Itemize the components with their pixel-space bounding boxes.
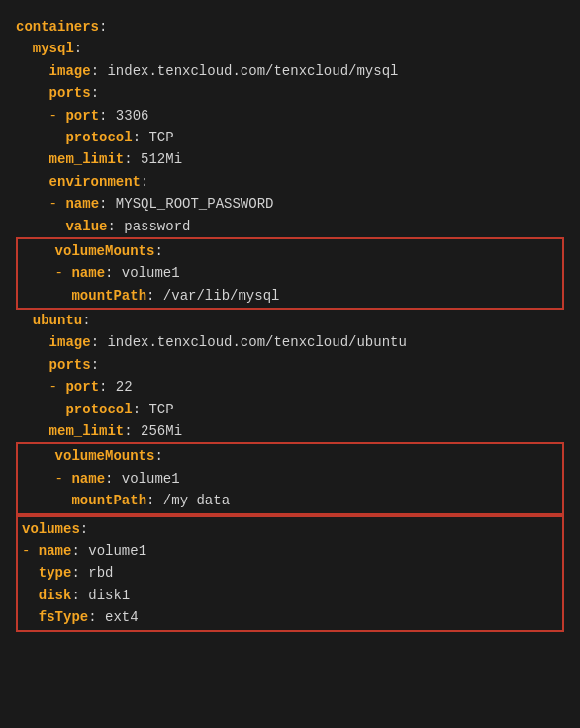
yaml-dash: -: [55, 471, 72, 487]
yaml-key: image: [49, 334, 91, 350]
yaml-key: volumeMounts: [55, 448, 155, 464]
yaml-key: protocol: [65, 402, 132, 417]
yaml-key: fsType: [39, 609, 88, 625]
yaml-key: port: [65, 379, 99, 395]
yaml-key: mem_limit: [49, 151, 125, 167]
yaml-key: mountPath: [71, 493, 146, 508]
yaml-key: ubuntu: [33, 313, 82, 328]
yaml-dash: -: [49, 196, 66, 212]
yaml-key: name: [71, 265, 105, 281]
yaml-key: protocol: [65, 130, 132, 145]
yaml-key: name: [39, 543, 72, 559]
yaml-key: mysql: [33, 41, 74, 56]
yaml-dash: -: [49, 108, 66, 124]
yaml-key: name: [65, 196, 99, 212]
yaml-dash: -: [49, 379, 66, 395]
yaml-key: disk: [39, 588, 72, 603]
yaml-key: volumes: [22, 521, 80, 537]
yaml-dash: -: [22, 543, 39, 559]
yaml-dash: -: [55, 265, 72, 281]
yaml-key: mem_limit: [49, 423, 125, 439]
yaml-box-volumes: volumes: - name: volume1 type: rbd disk:…: [16, 515, 564, 632]
yaml-key: image: [49, 63, 91, 79]
yaml-key: ports: [49, 357, 91, 373]
yaml-box-ubuntu: volumeMounts: - name: volume1 mountPath:…: [16, 442, 564, 514]
yaml-key: containers: [16, 19, 99, 35]
yaml-key: environment: [49, 174, 141, 190]
yaml-key: value: [65, 219, 107, 234]
yaml-key: name: [71, 471, 105, 487]
code-viewer: containers: mysql: image: index.tenxclou…: [16, 16, 564, 632]
yaml-key: type: [39, 565, 72, 581]
yaml-key: port: [65, 108, 99, 124]
yaml-key: volumeMounts: [55, 243, 155, 259]
yaml-key: mountPath: [71, 288, 146, 304]
yaml-box-mysql: volumeMounts: - name: volume1 mountPath:…: [16, 237, 564, 310]
yaml-key: ports: [49, 85, 91, 101]
